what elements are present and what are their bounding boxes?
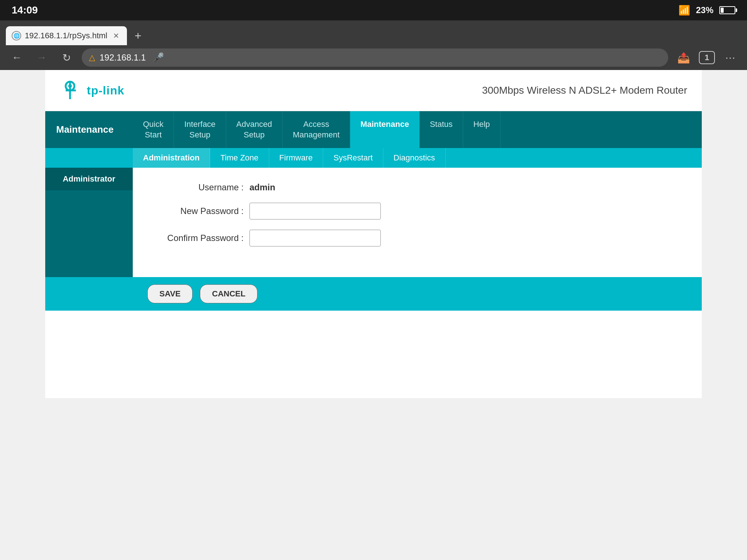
content-area: Administrator Username : admin New Passw… (45, 168, 702, 277)
new-password-label: New Password : (155, 206, 249, 216)
nav-item-interface-setup[interactable]: InterfaceSetup (174, 111, 226, 148)
nav-section-title: Maintenance (45, 111, 133, 148)
logo-text: tp-link (87, 84, 124, 97)
address-bar[interactable]: △ 192.168.1.1 🎤 (82, 48, 668, 67)
tp-link-logo-icon (60, 79, 83, 102)
confirm-password-label: Confirm Password : (155, 233, 249, 243)
subnav-item-firmware[interactable]: Firmware (269, 148, 324, 168)
new-password-input[interactable] (249, 203, 381, 219)
tabs-bar: 🌐 192.168.1.1/rpSys.html ✕ + (0, 20, 747, 45)
tab-favicon: 🌐 (12, 31, 21, 40)
more-options-button[interactable]: ⋯ (721, 48, 740, 67)
subnav-item-sysrestart[interactable]: SysRestart (323, 148, 383, 168)
cancel-button[interactable]: CANCEL (200, 284, 258, 303)
reload-button[interactable]: ↻ (57, 48, 76, 67)
username-row: Username : admin (155, 182, 680, 192)
nav-item-quick-start[interactable]: QuickStart (133, 111, 174, 148)
content-sidebar: Administrator (45, 168, 133, 277)
browser-chrome: 🌐 192.168.1.1/rpSys.html ✕ + ← → ↻ △ 192… (0, 20, 747, 70)
subnav-item-administration[interactable]: Administration (133, 148, 210, 168)
main-navigation: Maintenance QuickStart InterfaceSetup Ad… (45, 111, 702, 148)
sidebar-section-title: Administrator (45, 168, 133, 190)
subnav-item-diagnostics[interactable]: Diagnostics (383, 148, 446, 168)
tp-link-logo: tp-link (60, 79, 124, 102)
tab-close-button[interactable]: ✕ (111, 31, 121, 41)
nav-item-access-management[interactable]: AccessManagement (283, 111, 350, 148)
admin-form: Username : admin New Password : Confirm … (133, 168, 702, 271)
nav-item-advanced-setup[interactable]: AdvancedSetup (226, 111, 283, 148)
tab-count-button[interactable]: 1 (699, 51, 715, 64)
address-text: 192.168.1.1 (100, 52, 146, 63)
router-header: tp-link 300Mbps Wireless N ADSL2+ Modem … (45, 70, 702, 111)
tab-url: 192.168.1.1/rpSys.html (25, 31, 107, 40)
svg-point-3 (68, 84, 72, 88)
nav-item-status[interactable]: Status (419, 111, 463, 148)
security-warning-icon: △ (89, 53, 95, 62)
back-button[interactable]: ← (7, 48, 26, 67)
microphone-button[interactable]: 🎤 (150, 50, 166, 66)
nav-item-maintenance[interactable]: Maintenance (350, 111, 419, 148)
router-model: 300Mbps Wireless N ADSL2+ Modem Router (482, 85, 687, 96)
forward-button[interactable]: → (32, 48, 51, 67)
save-button[interactable]: SAVE (147, 284, 193, 303)
nav-items: QuickStart InterfaceSetup AdvancedSetup … (133, 111, 702, 148)
confirm-password-input[interactable] (249, 230, 381, 246)
content-main: Username : admin New Password : Confirm … (133, 168, 702, 277)
username-value: admin (249, 182, 275, 192)
status-indicators: 📶 23% (678, 5, 735, 16)
page-content: tp-link 300Mbps Wireless N ADSL2+ Modem … (45, 70, 702, 398)
sub-navigation: Administration Time Zone Firmware SysRes… (45, 148, 702, 168)
battery-icon (719, 6, 735, 14)
wifi-icon: 📶 (678, 5, 690, 16)
browser-nav-bar: ← → ↻ △ 192.168.1.1 🎤 📤 1 ⋯ (0, 45, 747, 70)
bottom-action-bar: SAVE CANCEL (45, 277, 702, 311)
username-label: Username : (155, 182, 249, 192)
nav-item-help[interactable]: Help (463, 111, 500, 148)
confirm-password-row: Confirm Password : (155, 230, 680, 246)
new-password-row: New Password : (155, 203, 680, 219)
time-display: 14:09 (12, 4, 38, 16)
share-button[interactable]: 📤 (674, 48, 693, 67)
subnav-item-timezone[interactable]: Time Zone (210, 148, 269, 168)
status-bar: 14:09 📶 23% (0, 0, 747, 20)
new-tab-button[interactable]: + (128, 26, 147, 45)
active-tab[interactable]: 🌐 192.168.1.1/rpSys.html ✕ (6, 26, 127, 45)
browser-action-buttons: 📤 1 ⋯ (674, 48, 740, 67)
battery-percentage: 23% (696, 5, 713, 15)
